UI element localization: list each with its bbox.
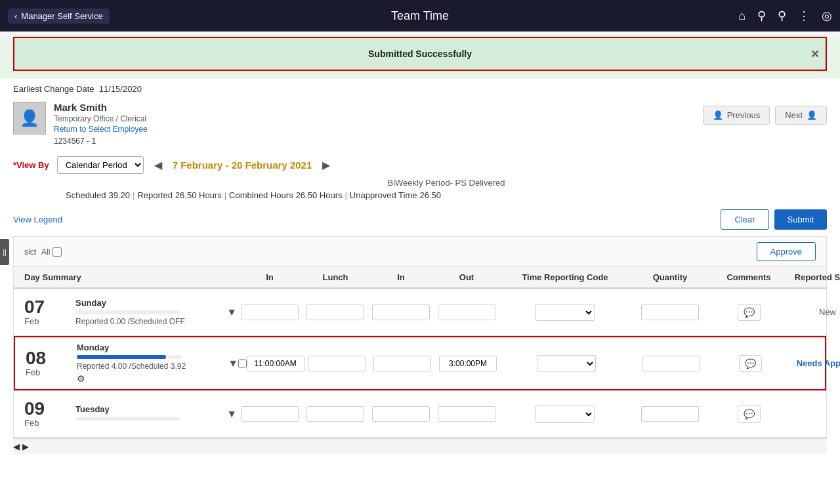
day-qty-08[interactable] (642, 356, 700, 371)
day-out-09[interactable] (438, 406, 495, 422)
day-cell-trc-09 (499, 406, 631, 423)
day-qty-07[interactable] (641, 304, 699, 320)
period-sub: BiWeekly Period- PS Delivered Scheduled … (39, 177, 827, 205)
day-comment-btn-09[interactable]: 💬 (738, 406, 761, 423)
collapse-icon: || (3, 248, 7, 256)
day-cell-status-07: New (788, 307, 840, 317)
day-comment-btn-08[interactable]: 💬 (739, 355, 762, 372)
day-date-08: 08 Feb (26, 349, 72, 377)
day-cell-in2-08 (369, 356, 435, 371)
day-trc-07[interactable] (536, 304, 595, 321)
back-button[interactable]: ‹ Manager Self Service (8, 9, 110, 24)
previous-icon: 👤 (713, 110, 723, 120)
scroll-left[interactable]: ◀ (13, 442, 20, 452)
day-comment-btn-07[interactable]: 💬 (738, 304, 761, 321)
day-date-09: 09 Feb (24, 400, 70, 428)
select-all-group: slct All (24, 247, 62, 257)
day-cell-qty-08 (632, 356, 711, 371)
approve-row: slct All Approve (14, 237, 826, 267)
day-qty-09[interactable] (641, 406, 699, 422)
day-in-09[interactable] (241, 406, 299, 422)
nav-back-label: Manager Self Service (21, 11, 102, 21)
day-chevron-08[interactable]: ▼ (228, 358, 238, 369)
day-in2-09[interactable] (372, 406, 430, 422)
employee-section: 👤 Mark Smith Temporary Office / Clerical… (13, 98, 827, 150)
employee-name: Mark Smith (54, 102, 148, 113)
slct-label: slct (24, 247, 36, 257)
day-cell-in-07 (237, 304, 303, 320)
day-cell-qty-09 (631, 406, 709, 422)
day-info-09: 09 Feb Tuesday ▼ (14, 394, 237, 433)
day-name-block-09: Tuesday (70, 404, 224, 423)
stats-section: BiWeekly Period- PS Delivered Scheduled … (13, 177, 827, 205)
day-chevron-07[interactable]: ▼ (226, 306, 237, 318)
select-all-checkbox[interactable] (52, 247, 62, 257)
view-by-select[interactable]: Calendar Period (57, 156, 144, 174)
day-in-07[interactable] (241, 304, 299, 320)
next-button[interactable]: Next 👤 (775, 106, 827, 125)
employee-role: Temporary Office / Clerical (54, 114, 148, 123)
combined-val: 26.50 Hours (296, 190, 343, 200)
day-info-07: 07 Feb Sunday Reported 0.00 /Scheduled O… (14, 293, 237, 331)
action-buttons: Clear Submit (721, 209, 827, 230)
day-lunch-07[interactable] (306, 304, 364, 320)
scroll-right[interactable]: ▶ (22, 442, 29, 452)
day-lunch-09[interactable] (306, 406, 364, 422)
bell-icon[interactable]: ⚲ (778, 9, 786, 23)
day-cell-trc-07 (499, 304, 631, 321)
cancel-icon[interactable]: ◎ (822, 9, 832, 23)
day-out-07[interactable] (438, 304, 495, 320)
day-in2-07[interactable] (372, 304, 430, 320)
day-out-08[interactable] (439, 356, 497, 371)
day-reported-07: Reported 0.00 /Scheduled OFF (75, 317, 224, 326)
col-in: In (237, 272, 303, 282)
day-cell-comment-07: 💬 (709, 304, 788, 321)
day-name-08: Monday (77, 343, 225, 352)
day-cell-comment-09: 💬 (709, 406, 788, 423)
day-number-08: 08 (26, 349, 72, 368)
day-month-09: Feb (24, 418, 70, 428)
column-headers: Day Summary In Lunch In Out Time Reporti… (14, 267, 826, 289)
home-icon[interactable]: ⌂ (738, 9, 746, 23)
day-name-block-08: Monday Reported 4.00 /Scheduled 3.92 ⚙ (72, 343, 225, 384)
col-lunch: Lunch (303, 272, 368, 282)
banner-close-button[interactable]: ✕ (810, 48, 819, 60)
top-navigation: ‹ Manager Self Service Team Time ⌂ ⚲ ⚲ ⋮… (0, 0, 840, 32)
reported-key: Reported (137, 190, 172, 200)
search-icon[interactable]: ⚲ (757, 9, 766, 23)
view-legend-link[interactable]: View Legend (13, 215, 62, 224)
day-progress-bar-09 (75, 417, 180, 421)
day-cell-out-08 (435, 356, 501, 371)
day-cell-comment-08: 💬 (711, 355, 789, 372)
day-month-07: Feb (24, 316, 70, 326)
approve-button[interactable]: Approve (757, 242, 816, 261)
day-in-08[interactable] (247, 356, 304, 371)
period-sub-label: BiWeekly Period- PS Delivered (66, 178, 827, 188)
col-out: Out (434, 272, 499, 282)
day-name-07: Sunday (75, 298, 224, 308)
submit-button[interactable]: Submit (774, 209, 827, 230)
combined-key: Combined Hours (229, 190, 293, 200)
day-checkbox-08[interactable] (238, 359, 247, 368)
previous-button[interactable]: 👤 Previous (703, 106, 770, 125)
day-trc-08[interactable] (537, 355, 596, 372)
period-next-button[interactable]: ▶ (320, 159, 333, 171)
col-comments: Comments (709, 272, 788, 282)
day-name-09: Tuesday (75, 404, 224, 414)
period-prev-button[interactable]: ◀ (152, 159, 165, 171)
day-lunch-08[interactable] (308, 356, 366, 371)
day-cell-status-08: Needs Approval (789, 358, 840, 368)
actions-row: View Legend Clear Submit (13, 205, 827, 234)
day-cell-lunch-08 (304, 356, 369, 371)
return-to-select-link[interactable]: Return to Select Employee (54, 125, 148, 134)
more-icon[interactable]: ⋮ (798, 9, 810, 23)
day-trc-09[interactable] (536, 406, 595, 423)
collapse-tab[interactable]: || (0, 239, 9, 265)
unapproved-val: 26.50 (419, 190, 441, 200)
next-label: Next (785, 110, 803, 120)
day-info-08: 08 Feb Monday Reported 4.00 /Scheduled 3… (15, 337, 238, 389)
day-in2-08[interactable] (373, 356, 431, 371)
day-chevron-09[interactable]: ▼ (226, 408, 237, 420)
clear-button[interactable]: Clear (721, 209, 768, 230)
day-cell-lunch-09 (303, 406, 368, 422)
